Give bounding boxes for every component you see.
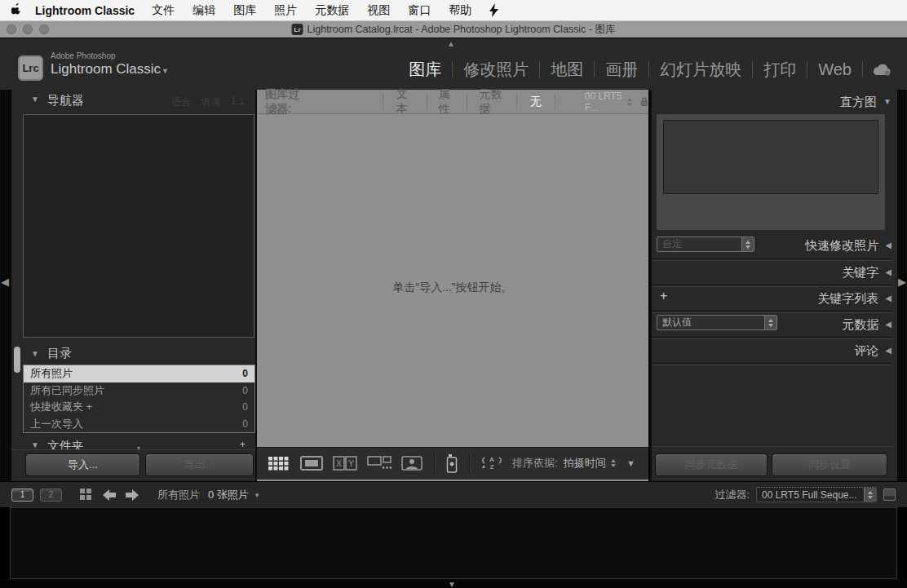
catalog-item-all-photos[interactable]: 所有照片 0 (24, 365, 254, 382)
menu-item-help[interactable]: 帮助 (449, 3, 471, 18)
svg-text:Y: Y (348, 459, 354, 468)
sort-label: 排序依据: (512, 456, 558, 471)
stepper-down-icon (627, 103, 632, 106)
left-panel-collapse[interactable]: ◀ (1, 276, 9, 288)
filter-toggle-switch[interactable] (883, 489, 896, 501)
sort-stepper[interactable] (611, 459, 616, 467)
main-window-button[interactable]: 1 (11, 489, 33, 502)
collapse-down-icon: ▼ (448, 581, 456, 588)
filter-stepper[interactable] (864, 488, 876, 502)
catalog-item-previous-import[interactable]: 上一次导入 0 (24, 416, 254, 433)
survey-view-icon[interactable] (367, 456, 392, 471)
module-book[interactable]: 画册 (595, 59, 648, 81)
catalog-item-synced-photos[interactable]: 所有已同步照片 0 (24, 382, 254, 400)
zoom-option-fit[interactable]: 适合 (171, 95, 191, 109)
apple-icon[interactable] (11, 3, 24, 17)
catalog-item-count: 0 (242, 401, 248, 413)
filmstrip-source-menu[interactable]: ▾ (255, 491, 259, 499)
menu-item-edit[interactable]: 编辑 (192, 3, 215, 18)
quick-develop-preset-dropdown[interactable]: 自定 (657, 237, 754, 252)
folders-section-clipped[interactable]: ▼ 文件夹 + (11, 437, 255, 449)
import-button[interactable]: 导入... (25, 453, 140, 476)
module-map[interactable]: 地图 (540, 59, 594, 81)
module-library[interactable]: 图库 (398, 59, 452, 81)
preset-stepper[interactable] (741, 237, 754, 251)
compare-view-icon[interactable]: X Y (333, 456, 357, 471)
top-panel-collapse[interactable]: ▲ (447, 39, 455, 48)
zoom-option-1to1[interactable]: 1:1 (231, 95, 245, 107)
grid-back-icon[interactable] (80, 489, 92, 501)
filter-preset-stepper[interactable] (627, 98, 632, 106)
sync-metadata-button[interactable]: 同步元数据 (655, 453, 768, 476)
catalog-disclosure[interactable]: ▼ (31, 349, 39, 358)
close-button[interactable] (7, 24, 16, 34)
comments-header[interactable]: 评论 ◀ (655, 340, 892, 361)
collapse-left-icon: ◀ (1, 276, 9, 287)
filter-lock-icon[interactable] (640, 95, 648, 108)
add-keyword-icon[interactable]: + (660, 289, 667, 303)
window-title-bar: Lr Lightroom Catalog.lrcat - Adobe Photo… (0, 21, 907, 38)
histogram-header[interactable]: 直方图 ▼ (655, 91, 892, 113)
toolbar-divider (469, 453, 470, 473)
macos-menu-bar: Lightroom Classic 文件 编辑 图库 照片 元数据 视图 窗口 … (0, 0, 907, 21)
sync-cloud-icon[interactable] (871, 62, 892, 77)
module-slideshow[interactable]: 幻灯片放映 (649, 59, 752, 81)
menu-item-view[interactable]: 视图 (367, 3, 390, 18)
filmstrip-filter-dropdown[interactable]: 00 LRT5 Full Seque... (756, 487, 877, 502)
left-panel-scrollbar[interactable] (14, 347, 20, 373)
grid-view-icon[interactable] (268, 457, 289, 471)
menu-item-window[interactable]: 窗口 (408, 3, 431, 18)
filter-option-attribute[interactable]: 属性 (439, 87, 456, 117)
quick-develop-title: 快速修改照片 (805, 238, 878, 254)
filmstrip-source[interactable]: 所有照片 (157, 488, 200, 502)
filter-option-text[interactable]: 文本 (396, 87, 414, 117)
metadata-preset-dropdown[interactable]: 默认值 (657, 315, 777, 330)
loupe-view-icon[interactable] (300, 456, 323, 471)
navigator-disclosure[interactable]: ▼ (31, 95, 39, 104)
panel-end-indicator[interactable]: ▾ (137, 444, 140, 452)
menu-item-photo[interactable]: 照片 (274, 3, 297, 18)
svg-text:A: A (489, 456, 494, 463)
toolbar-options-menu[interactable]: ▼ (626, 458, 635, 468)
brand-lightroom-classic: Lightroom Classic (51, 61, 161, 77)
keywording-header[interactable]: 关键字 ◀ (655, 262, 892, 283)
catalog-item-quick-collection[interactable]: 快捷收藏夹 + 0 (24, 399, 254, 416)
export-button[interactable]: 导出... (145, 453, 254, 476)
menu-item-metadata[interactable]: 元数据 (315, 3, 349, 18)
filter-preset-dropdown[interactable]: 00 LRT5 F... (585, 91, 625, 113)
module-print[interactable]: 打印 (753, 59, 807, 81)
input-method-icon[interactable] (489, 3, 499, 17)
menu-item-file[interactable]: 文件 (152, 3, 175, 18)
people-view-icon[interactable] (401, 456, 423, 471)
catalog-title: 目录 (47, 346, 72, 361)
keyword-list-title: 关键字列表 (817, 291, 878, 307)
zoom-option-fill[interactable]: 填满 (201, 95, 220, 109)
identity-plate-menu[interactable]: ▼ (161, 67, 169, 75)
catalog-item-label: 所有已同步照片 (30, 383, 104, 398)
bottom-panel-collapse[interactable]: ▼ (448, 580, 456, 588)
catalog-item-count: 0 (242, 385, 248, 396)
zoom-button[interactable] (39, 24, 49, 34)
keyword-list-header[interactable]: 关键字列表 ◀ (655, 288, 892, 309)
painter-spray-icon[interactable] (446, 453, 458, 473)
right-panel-collapse[interactable]: ▶ (898, 276, 906, 288)
forward-arrow-icon[interactable] (123, 489, 139, 502)
filter-option-metadata[interactable]: 元数据 (479, 87, 504, 117)
metadata-preset-value: 默认值 (662, 316, 692, 329)
add-folder-icon[interactable]: + (240, 439, 246, 449)
triangle-left-icon: ◀ (885, 241, 892, 250)
preset-stepper[interactable] (764, 316, 776, 329)
stepper-up-icon (868, 491, 873, 494)
back-arrow-icon[interactable] (102, 489, 118, 502)
filter-option-none[interactable]: 无 (530, 95, 542, 109)
menu-item-library[interactable]: 图库 (233, 3, 256, 18)
sync-settings-button[interactable]: 同步设置 (772, 453, 887, 476)
module-web[interactable]: Web (807, 60, 862, 79)
minimize-button[interactable] (23, 24, 33, 34)
menu-app-name[interactable]: Lightroom Classic (35, 4, 135, 17)
module-develop[interactable]: 修改照片 (453, 59, 539, 81)
filter-divider (467, 95, 467, 109)
sort-value-dropdown[interactable]: 拍摄时间 (564, 456, 606, 471)
sort-direction-icon[interactable]: A Z (480, 455, 504, 471)
second-window-button[interactable]: 2 (40, 489, 62, 502)
